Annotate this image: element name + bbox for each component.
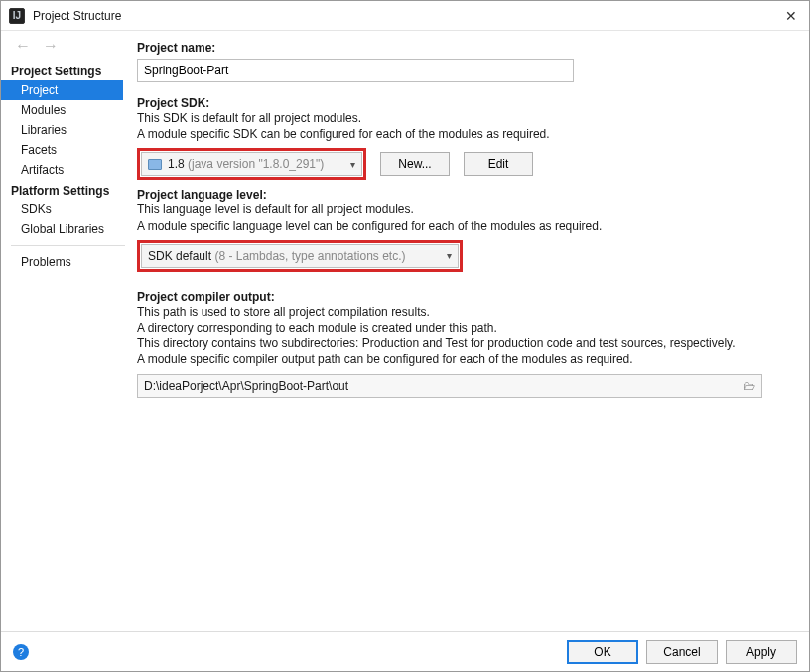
compiler-output-path-input[interactable]: D:\ideaPorject\Apr\SpringBoot-Part\out 🗁 — [137, 374, 762, 398]
project-sdk-label: Project SDK: — [137, 96, 789, 110]
window-title: Project Structure — [33, 9, 121, 23]
out-desc-3: This directory contains two subdirectori… — [137, 336, 752, 351]
sdk-hint: (java version "1.8.0_291") — [188, 157, 324, 171]
sidebar-item-artifacts[interactable]: Artifacts — [11, 160, 125, 180]
sidebar-section-platform-settings: Platform Settings — [11, 180, 125, 200]
out-desc-1: This path is used to store all project c… — [137, 304, 789, 320]
out-desc-4: A module specific compiler output path c… — [137, 351, 752, 367]
folder-icon — [148, 159, 162, 170]
close-icon[interactable]: ✕ — [781, 8, 801, 24]
sdk-value: 1.8 — [168, 157, 185, 171]
lang-desc-1: This language level is default for all p… — [137, 202, 789, 217]
sidebar-item-libraries[interactable]: Libraries — [11, 120, 125, 140]
sidebar-item-modules[interactable]: Modules — [11, 100, 125, 120]
bottom-bar: ? OK Cancel Apply — [1, 631, 809, 671]
titlebar: IJ Project Structure ✕ — [1, 1, 809, 31]
sidebar: ← → Project Settings Project Modules Lib… — [1, 31, 125, 631]
language-level-dropdown[interactable]: SDK default (8 - Lambdas, type annotatio… — [141, 244, 459, 268]
sidebar-item-sdks[interactable]: SDKs — [11, 200, 125, 219]
back-icon[interactable]: ← — [15, 37, 31, 55]
sidebar-item-project[interactable]: Project — [1, 80, 123, 100]
sdk-highlight: 1.8 (java version "1.8.0_291") ▾ — [137, 148, 366, 180]
lang-value: SDK default — [148, 249, 211, 263]
browse-folder-icon[interactable]: 🗁 — [743, 379, 755, 393]
ok-button[interactable]: OK — [567, 640, 638, 664]
lang-hint: (8 - Lambdas, type annotations etc.) — [214, 249, 405, 263]
compiler-output-label: Project compiler output: — [137, 290, 789, 304]
out-desc-2: A directory corresponding to each module… — [137, 320, 789, 336]
language-level-label: Project language level: — [137, 188, 789, 202]
sidebar-item-facets[interactable]: Facets — [11, 140, 125, 160]
sdk-desc-2: A module specific SDK can be configured … — [137, 126, 789, 142]
chevron-down-icon: ▾ — [447, 250, 452, 261]
apply-button[interactable]: Apply — [726, 640, 797, 664]
sidebar-section-project-settings: Project Settings — [11, 61, 125, 80]
project-name-label: Project name: — [137, 41, 789, 55]
language-level-highlight: SDK default (8 - Lambdas, type annotatio… — [137, 240, 463, 272]
cancel-button[interactable]: Cancel — [646, 640, 718, 664]
lang-desc-2: A module specific language level can be … — [137, 218, 789, 234]
content-pane: Project name: Project SDK: This SDK is d… — [125, 31, 809, 631]
sidebar-item-problems[interactable]: Problems — [11, 252, 125, 272]
forward-icon[interactable]: → — [43, 37, 59, 55]
chevron-down-icon: ▾ — [350, 159, 355, 170]
nav-arrows: ← → — [11, 37, 125, 61]
project-name-input[interactable] — [137, 59, 574, 82]
sdk-desc-1: This SDK is default for all project modu… — [137, 110, 789, 126]
new-sdk-button[interactable]: New... — [380, 152, 450, 176]
project-sdk-dropdown[interactable]: 1.8 (java version "1.8.0_291") ▾ — [141, 152, 362, 176]
sidebar-item-global-libraries[interactable]: Global Libraries — [11, 219, 125, 239]
app-icon: IJ — [9, 8, 25, 24]
compiler-output-path-text: D:\ideaPorject\Apr\SpringBoot-Part\out — [144, 379, 348, 393]
help-icon[interactable]: ? — [13, 644, 29, 660]
edit-sdk-button[interactable]: Edit — [464, 152, 533, 176]
